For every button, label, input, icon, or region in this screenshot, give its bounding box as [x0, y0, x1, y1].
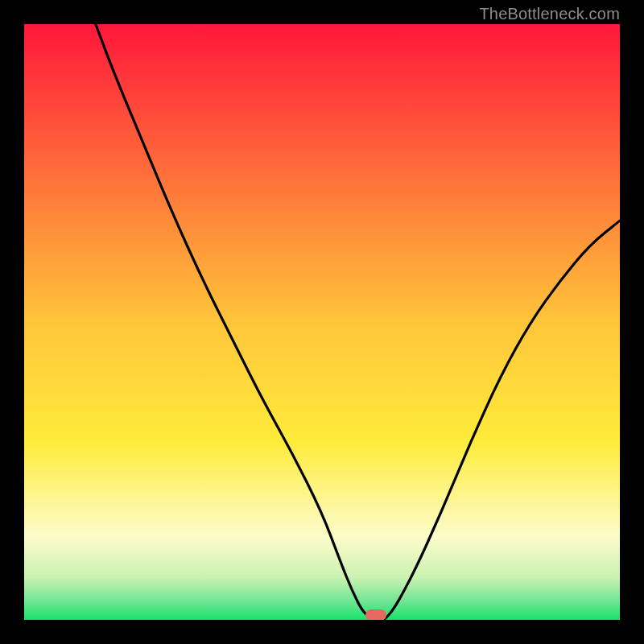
bottleneck-curve [24, 24, 620, 620]
optimal-marker [365, 609, 386, 620]
chart-frame: TheBottleneck.com [0, 0, 644, 644]
watermark-text: TheBottleneck.com [479, 5, 620, 23]
plot-area [24, 24, 620, 620]
